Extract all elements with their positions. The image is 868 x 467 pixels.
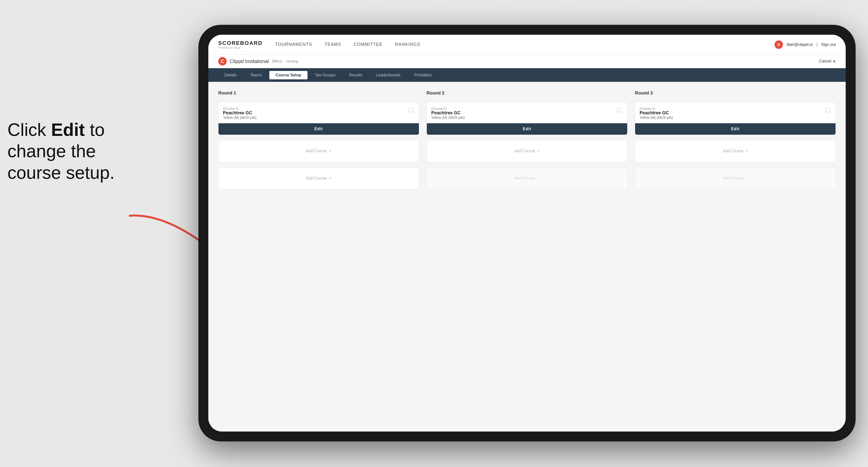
- tab-results[interactable]: Results: [343, 71, 369, 80]
- round-3-title: Round 3: [635, 91, 836, 96]
- round-2-title: Round 2: [427, 91, 627, 96]
- sign-out-link[interactable]: Sign out: [821, 42, 836, 47]
- tab-leaderboards[interactable]: Leaderboards: [370, 71, 407, 80]
- round-3-column: Round 3 (Course A) Peachtree GC Yellow (…: [635, 91, 836, 189]
- course-info: (Course A) Peachtree GC Yellow (M) (6629…: [223, 107, 256, 120]
- main-content: Round 1 (Course A) Peachtree GC Yellow (…: [208, 82, 846, 432]
- tablet-screen: SCOREBOARD Powered by clippd TOURNAMENTS…: [208, 35, 846, 432]
- nav-tournaments[interactable]: TOURNAMENTS: [275, 41, 312, 49]
- course-tee-3: Yellow (M) (6629 yds): [640, 116, 673, 120]
- round-1-course-card: (Course A) Peachtree GC Yellow (M) (6629…: [218, 102, 419, 135]
- add-course-text-r3: Add Course +: [722, 149, 748, 154]
- svg-rect-3: [826, 108, 830, 112]
- course-tee-2: Yellow (M) (6629 yds): [431, 116, 465, 120]
- nav-teams[interactable]: TEAMS: [324, 41, 341, 49]
- course-name-3: Peachtree GC: [640, 111, 673, 116]
- plus-icon-r3-2: +: [745, 176, 748, 181]
- delete-course-icon-3[interactable]: [824, 107, 831, 114]
- round-2-column: Round 2 (Course A) Peachtree GC Yellow (…: [427, 91, 627, 189]
- nav-committee[interactable]: COMMITTEE: [354, 41, 383, 49]
- tab-details[interactable]: Details: [218, 71, 243, 80]
- add-course-text-r3-2: Add Course +: [722, 176, 748, 181]
- course-label-3: (Course A): [640, 107, 673, 111]
- course-info-2: (Course A) Peachtree GC Yellow (M) (6629…: [431, 107, 465, 120]
- tournament-name: Clippd Invitational: [230, 59, 269, 64]
- plus-icon: +: [329, 149, 332, 154]
- instruction-bold: Edit: [51, 120, 85, 139]
- course-info-3: (Course A) Peachtree GC Yellow (M) (6629…: [640, 107, 673, 120]
- round-3-add-course-1[interactable]: Add Course +: [635, 140, 836, 162]
- round-2-edit-button[interactable]: Edit: [427, 123, 627, 135]
- delete-course-icon[interactable]: [407, 107, 414, 114]
- top-navigation: SCOREBOARD Powered by clippd TOURNAMENTS…: [208, 35, 846, 55]
- cancel-button[interactable]: Cancel ✕: [819, 59, 836, 64]
- round-1-title: Round 1: [218, 91, 419, 96]
- tabs-bar: Details Teams Course Setup Tee Groups Re…: [208, 68, 846, 82]
- add-course-text-r2-2: Add Course +: [514, 176, 540, 181]
- plus-icon-r3: +: [745, 149, 748, 154]
- scoreboard-logo: SCOREBOARD Powered by clippd: [218, 40, 262, 49]
- top-nav-right: B blair@clippd.io | Sign out: [775, 40, 836, 49]
- sub-header: C Clippd Invitational (Men) Hosting Canc…: [208, 55, 846, 68]
- separator: |: [816, 42, 817, 47]
- round-1-edit-button[interactable]: Edit: [218, 123, 419, 135]
- tab-teams[interactable]: Teams: [244, 71, 268, 80]
- rounds-grid: Round 1 (Course A) Peachtree GC Yellow (…: [218, 91, 836, 189]
- round-1-add-course-2[interactable]: Add Course +: [218, 167, 419, 189]
- course-tee: Yellow (M) (6629 yds): [223, 116, 256, 120]
- course-card-header-3: (Course A) Peachtree GC Yellow (M) (6629…: [640, 107, 831, 120]
- hosting-badge: Hosting: [286, 59, 298, 63]
- user-email: blair@clippd.io: [787, 42, 813, 47]
- course-name: Peachtree GC: [223, 111, 256, 116]
- course-label-2: (Course A): [431, 107, 465, 111]
- plus-icon-r2-2: +: [537, 176, 540, 181]
- plus-icon-r2: +: [537, 149, 540, 154]
- tournament-gender: (Men): [272, 59, 282, 63]
- round-2-course-card: (Course A) Peachtree GC Yellow (M) (6629…: [427, 102, 627, 135]
- user-avatar: B: [775, 40, 783, 49]
- course-name-2: Peachtree GC: [431, 111, 465, 116]
- round-3-add-course-2: Add Course +: [635, 167, 836, 189]
- round-2-add-course-2: Add Course +: [427, 167, 627, 189]
- tournament-info: C Clippd Invitational (Men) Hosting: [218, 57, 298, 65]
- course-card-header-2: (Course A) Peachtree GC Yellow (M) (6629…: [431, 107, 623, 120]
- round-3-course-card: (Course A) Peachtree GC Yellow (M) (6629…: [635, 102, 836, 135]
- scoreboard-subtitle: Powered by clippd: [218, 46, 262, 49]
- tablet-frame: SCOREBOARD Powered by clippd TOURNAMENTS…: [198, 25, 856, 441]
- main-nav: TOURNAMENTS TEAMS COMMITTEE RANKINGS: [275, 41, 775, 49]
- delete-course-icon-2[interactable]: [616, 107, 623, 114]
- instruction-text: Click Edit tochange thecourse setup.: [7, 119, 151, 183]
- svg-rect-1: [409, 108, 413, 112]
- plus-icon-2: +: [329, 176, 332, 181]
- close-icon: ✕: [833, 59, 836, 64]
- course-card-header: (Course A) Peachtree GC Yellow (M) (6629…: [223, 107, 414, 120]
- clippd-logo: C: [218, 57, 227, 65]
- round-2-add-course-1[interactable]: Add Course +: [427, 140, 627, 162]
- add-course-text-2: Add Course +: [306, 176, 331, 181]
- add-course-text: Add Course +: [306, 149, 331, 154]
- scoreboard-title: SCOREBOARD: [218, 40, 262, 46]
- round-3-edit-button[interactable]: Edit: [635, 123, 836, 135]
- svg-rect-2: [617, 108, 621, 112]
- tab-course-setup[interactable]: Course Setup: [269, 71, 308, 80]
- tab-printables[interactable]: Printables: [408, 71, 438, 80]
- nav-rankings[interactable]: RANKINGS: [395, 41, 421, 49]
- add-course-text-r2: Add Course +: [514, 149, 540, 154]
- round-1-add-course-1[interactable]: Add Course +: [218, 140, 419, 162]
- round-1-column: Round 1 (Course A) Peachtree GC Yellow (…: [218, 91, 419, 189]
- course-label: (Course A): [223, 107, 256, 111]
- tab-tee-groups[interactable]: Tee Groups: [309, 71, 342, 80]
